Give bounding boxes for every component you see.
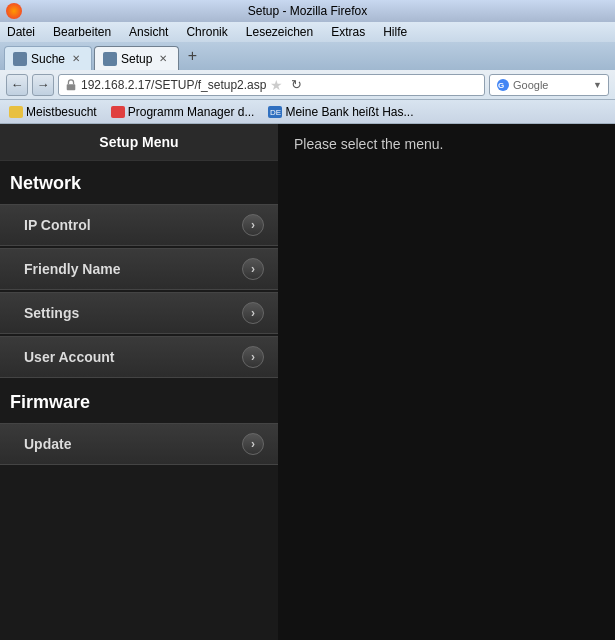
section-firmware-label: Firmware: [10, 392, 90, 412]
menu-chronik[interactable]: Chronik: [183, 24, 230, 40]
tab-bar: Suche ✕ Setup ✕ +: [0, 42, 615, 70]
bookmark-star-icon[interactable]: ★: [270, 77, 283, 93]
content-message: Please select the menu.: [294, 136, 443, 152]
bookmark-meistbesucht-label: Meistbesucht: [26, 105, 97, 119]
url-lock-icon: [65, 79, 77, 91]
firefox-logo-icon: [6, 3, 22, 19]
menu-item-update-label: Update: [24, 436, 71, 452]
refresh-button[interactable]: ↻: [287, 77, 305, 92]
forward-button[interactable]: →: [32, 74, 54, 96]
menu-item-settings-label: Settings: [24, 305, 79, 321]
google-icon: G: [496, 78, 510, 92]
tab-setup-icon: [103, 52, 117, 66]
title-bar-left: [6, 3, 26, 19]
svg-text:DE: DE: [270, 108, 281, 117]
address-bar: ← → 192.168.2.17/SETUP/f_setup2.asp ★ ↻ …: [0, 70, 615, 100]
svg-text:G: G: [498, 81, 504, 90]
menu-item-ip-control-label: IP Control: [24, 217, 91, 233]
new-tab-button[interactable]: +: [181, 45, 203, 67]
menu-item-user-account-label: User Account: [24, 349, 115, 365]
menu-lesezeichen[interactable]: Lesezeichen: [243, 24, 316, 40]
menu-item-ip-control[interactable]: IP Control ›: [0, 204, 278, 246]
chevron-user-account-icon: ›: [242, 346, 264, 368]
tab-suche-label: Suche: [31, 52, 65, 66]
menu-bearbeiten[interactable]: Bearbeiten: [50, 24, 114, 40]
tab-setup-label: Setup: [121, 52, 152, 66]
bookmark-programm-label: Programm Manager d...: [128, 105, 255, 119]
window-title: Setup - Mozilla Firefox: [248, 4, 367, 18]
chevron-update-icon: ›: [242, 433, 264, 455]
tab-suche-close[interactable]: ✕: [69, 52, 83, 66]
tab-setup[interactable]: Setup ✕: [94, 46, 179, 70]
menu-hilfe[interactable]: Hilfe: [380, 24, 410, 40]
menu-extras[interactable]: Extras: [328, 24, 368, 40]
browser-content: Setup Menu Network IP Control › Friendly…: [0, 124, 615, 640]
tab-suche-icon: [13, 52, 27, 66]
section-firmware: Firmware: [0, 380, 278, 421]
google-dropdown-icon[interactable]: ▼: [593, 80, 602, 90]
chevron-settings-icon: ›: [242, 302, 264, 324]
menu-item-friendly-name[interactable]: Friendly Name ›: [0, 248, 278, 290]
google-label: Google: [513, 79, 548, 91]
bookmark-bank-icon: DE: [268, 106, 282, 118]
setup-menu-header: Setup Menu: [0, 124, 278, 161]
setup-menu-title: Setup Menu: [99, 134, 178, 150]
section-network-label: Network: [10, 173, 81, 193]
menu-item-user-account[interactable]: User Account ›: [0, 336, 278, 378]
bookmark-programm-icon: [111, 106, 125, 118]
menu-bar: Datei Bearbeiten Ansicht Chronik Lesezei…: [0, 22, 615, 42]
google-search-box[interactable]: G Google ▼: [489, 74, 609, 96]
tab-suche[interactable]: Suche ✕: [4, 46, 92, 70]
back-button[interactable]: ←: [6, 74, 28, 96]
url-box[interactable]: 192.168.2.17/SETUP/f_setup2.asp ★ ↻: [58, 74, 485, 96]
section-network: Network: [0, 161, 278, 202]
title-bar: Setup - Mozilla Firefox: [0, 0, 615, 22]
chevron-ip-control-icon: ›: [242, 214, 264, 236]
setup-menu-panel: Setup Menu Network IP Control › Friendly…: [0, 124, 278, 640]
bookmarks-bar: Meistbesucht Programm Manager d... DE Me…: [0, 100, 615, 124]
tab-setup-close[interactable]: ✕: [156, 52, 170, 66]
bookmark-meistbesucht-icon: [9, 106, 23, 118]
svg-rect-4: [111, 106, 125, 118]
menu-datei[interactable]: Datei: [4, 24, 38, 40]
url-text: 192.168.2.17/SETUP/f_setup2.asp: [81, 78, 266, 92]
svg-rect-0: [67, 84, 76, 90]
bookmark-bank-label: Meine Bank heißt Has...: [285, 105, 413, 119]
bookmark-programm[interactable]: Programm Manager d...: [108, 104, 258, 120]
bookmark-meistbesucht[interactable]: Meistbesucht: [6, 104, 100, 120]
menu-item-settings[interactable]: Settings ›: [0, 292, 278, 334]
svg-rect-3: [9, 106, 23, 118]
menu-item-update[interactable]: Update ›: [0, 423, 278, 465]
setup-content-panel: Please select the menu.: [278, 124, 615, 640]
menu-item-friendly-name-label: Friendly Name: [24, 261, 120, 277]
chevron-friendly-name-icon: ›: [242, 258, 264, 280]
bookmark-bank[interactable]: DE Meine Bank heißt Has...: [265, 104, 416, 120]
menu-ansicht[interactable]: Ansicht: [126, 24, 171, 40]
